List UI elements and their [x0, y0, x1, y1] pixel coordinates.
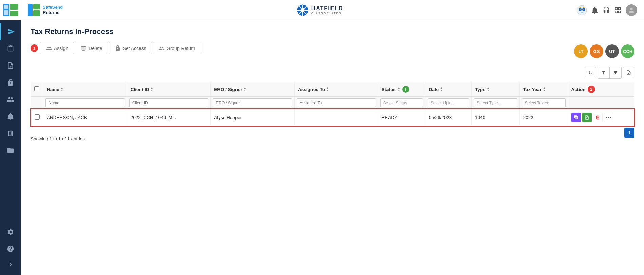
user-badge-lt[interactable]: LT [574, 44, 588, 58]
sidebar-item-settings[interactable] [0, 223, 21, 240]
page-btn-1[interactable]: 1 [624, 128, 634, 138]
sidebar-item-lock[interactable] [0, 74, 21, 91]
svg-rect-6 [33, 4, 40, 9]
row-action-delete-btn[interactable] [593, 113, 603, 122]
row-name: ANDERSON, JACK [43, 109, 127, 126]
table-filter-row: Select Status Select Uploa Select Type..… [31, 97, 634, 109]
svg-rect-5 [28, 4, 33, 16]
row-action-excel-btn[interactable] [582, 113, 592, 122]
user-avatar-btn[interactable] [626, 4, 637, 16]
svg-point-24 [583, 9, 584, 10]
filter-client-id-cell [127, 97, 211, 109]
sidebar-item-folder[interactable] [0, 142, 21, 159]
set-access-label: Set Access [123, 45, 146, 51]
th-type: Type ▲▼ [472, 82, 520, 97]
ero-filter-input[interactable] [213, 98, 292, 107]
sidebar-item-group[interactable] [0, 91, 21, 108]
page-title: Tax Returns In-Process [31, 27, 634, 36]
svg-point-18 [577, 5, 587, 15]
header-icons [577, 4, 637, 16]
filter-date-cell: Select Uploa [425, 97, 471, 109]
table-header-row: Name ▲▼ Client ID ▲▼ ERO / Signer [31, 82, 634, 97]
user-badge-cch[interactable]: CCH [621, 44, 634, 58]
delete-button[interactable]: Delete [75, 42, 108, 54]
table-row: ANDERSON, JACK 2022_CCH_1040_M... Alyse … [31, 109, 634, 126]
filter-btn[interactable] [598, 67, 609, 78]
group-return-button[interactable]: Group Return [153, 42, 201, 54]
svg-rect-1 [10, 4, 18, 10]
sidebar-item-expand[interactable] [0, 257, 21, 272]
owl-icon-btn[interactable] [577, 5, 587, 15]
filter-tax-year-cell: Select Tax Ye [519, 97, 568, 109]
pagination: 1 [624, 128, 634, 138]
type-filter-select[interactable]: Select Type... [474, 98, 517, 107]
row-action-assign-btn[interactable] [571, 113, 581, 122]
svg-rect-4 [4, 10, 8, 15]
row-actions: ⋯ [568, 109, 634, 126]
export-btn[interactable] [623, 67, 634, 78]
th-name: Name ▲▼ [43, 82, 127, 97]
date-filter-select[interactable]: Select Uploa [428, 98, 469, 107]
top-header: SafeSend Returns HATFIELD & ASSOCIATES [21, 0, 644, 20]
apps-btn[interactable] [614, 6, 622, 14]
company-name: HATFIELD [311, 5, 343, 12]
row-date: 05/26/2023 [425, 109, 471, 126]
toolbar: 1 Assign Delete Set Access [31, 42, 201, 54]
assign-button[interactable]: Assign [40, 42, 74, 54]
row-checkbox[interactable] [35, 114, 40, 120]
assigned-to-filter-input[interactable] [297, 98, 376, 107]
filter-action-cell [568, 97, 634, 109]
th-tax-year: Tax Year ▲▼ [519, 82, 568, 97]
row-client-id: 2022_CCH_1040_M... [127, 109, 211, 126]
tax-year-filter-select[interactable]: Select Tax Ye [522, 98, 566, 107]
name-filter-input[interactable] [45, 98, 125, 107]
user-badges: LT GS UT CCH [574, 44, 634, 58]
filter-group: ▼ [598, 67, 622, 79]
badge-two: 2 [588, 86, 595, 93]
sidebar-item-bell[interactable] [0, 108, 21, 125]
notification-bell-btn[interactable] [591, 6, 599, 14]
refresh-btn[interactable]: ↻ [585, 67, 596, 78]
sidebar-item-send[interactable] [0, 23, 21, 40]
page-body: Tax Returns In-Process 1 Assign Delete [21, 20, 644, 275]
filter-ero-cell [211, 97, 295, 109]
svg-rect-2 [10, 11, 18, 16]
status-filter-select[interactable]: Select Status [380, 98, 423, 107]
app-name-block: SafeSend Returns [43, 5, 63, 15]
row-type: 1040 [472, 109, 520, 126]
header-center: HATFIELD & ASSOCIATES [297, 4, 343, 16]
client-id-filter-input[interactable] [129, 98, 209, 107]
sidebar-item-trash[interactable] [0, 125, 21, 142]
row-status: READY [378, 109, 425, 126]
row-assigned-to [294, 109, 378, 126]
select-all-checkbox[interactable] [34, 86, 39, 91]
th-ero: ERO / Signer ▲▼ [211, 82, 295, 97]
row-ero: Alyse Hooper [211, 109, 295, 126]
set-access-button[interactable]: Set Access [109, 42, 152, 54]
badge-one: 1 [31, 44, 38, 52]
filter-name-cell [43, 97, 127, 109]
sidebar-item-clipboard[interactable] [0, 40, 21, 57]
th-action: Action 2 [568, 82, 634, 97]
data-table: Name ▲▼ Client ID ▲▼ ERO / Signer [31, 82, 634, 126]
filter-dropdown-btn[interactable]: ▼ [610, 67, 621, 78]
row-action-more-btn[interactable]: ⋯ [604, 113, 613, 122]
sidebar-item-help[interactable] [0, 240, 21, 257]
status-info-badge[interactable]: i [402, 86, 409, 93]
row-tax-year: 2022 [519, 109, 568, 126]
sidebar-nav [0, 20, 21, 223]
support-btn[interactable] [603, 6, 610, 14]
th-checkbox [31, 82, 43, 97]
sidebar-item-filelist[interactable] [0, 57, 21, 74]
th-client-id: Client ID ▲▼ [127, 82, 211, 97]
user-badge-gs[interactable]: GS [590, 44, 603, 58]
company-sub: & ASSOCIATES [311, 12, 343, 15]
filter-status-cell: Select Status [378, 97, 425, 109]
assign-label: Assign [54, 45, 68, 51]
row-checkbox-cell [31, 109, 43, 126]
svg-point-23 [580, 9, 581, 10]
header-logo: SafeSend Returns [28, 4, 63, 16]
th-status: Status ▲▼ i [378, 82, 425, 97]
th-assigned-to: Assigned To ▲▼ [294, 82, 378, 97]
user-badge-ut[interactable]: UT [605, 44, 619, 58]
